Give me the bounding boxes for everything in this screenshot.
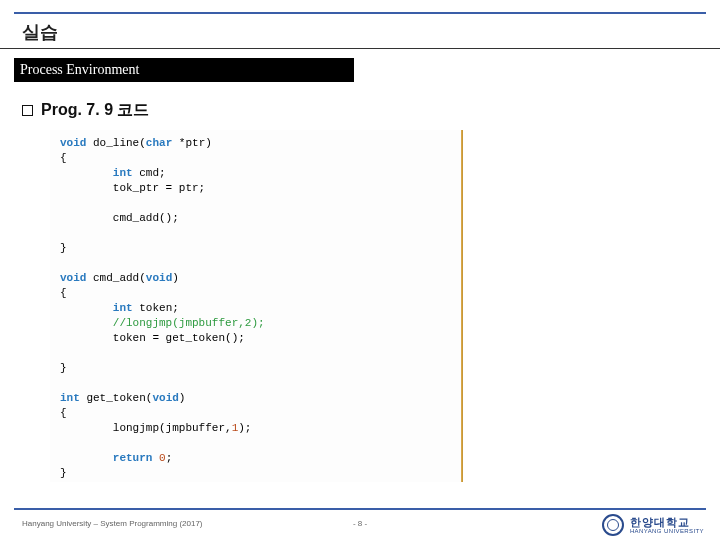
bullet-square-icon	[22, 105, 33, 116]
code-text: {	[60, 287, 67, 299]
code-type: int	[60, 167, 133, 179]
code-text: do_line(	[86, 137, 145, 149]
code-text: }	[60, 362, 67, 374]
code-text: cmd;	[133, 167, 166, 179]
code-keyword: void	[60, 137, 86, 149]
code-text: );	[238, 422, 251, 434]
slide-title: 실습	[22, 20, 58, 44]
code-comment: //longjmp(jmpbuffer,2);	[60, 317, 265, 329]
code-text: longjmp(jmpbuffer,	[60, 422, 232, 434]
code-text: *ptr)	[172, 137, 212, 149]
code-text: )	[179, 392, 186, 404]
university-logo: 한양대학교 HANYANG UNIVERSITY	[602, 514, 704, 536]
code-type: void	[152, 392, 178, 404]
code-text: {	[60, 152, 67, 164]
footer-divider	[14, 508, 706, 510]
logo-inner-ring-icon	[607, 519, 619, 531]
logo-korean: 한양대학교	[630, 517, 704, 528]
logo-text-block: 한양대학교 HANYANG UNIVERSITY	[630, 517, 704, 534]
logo-emblem-icon	[602, 514, 624, 536]
code-type: int	[60, 302, 133, 314]
code-type: char	[146, 137, 172, 149]
code-text: {	[60, 407, 67, 419]
code-keyword: void	[60, 272, 86, 284]
code-text: get_token(	[80, 392, 153, 404]
code-text: tok_ptr = ptr;	[60, 182, 205, 194]
code-text: }	[60, 467, 67, 479]
top-divider	[14, 12, 706, 14]
subheading: Prog. 7. 9 코드	[22, 100, 149, 121]
code-keyword: return	[60, 452, 159, 464]
title-underline	[0, 48, 720, 49]
code-text: ;	[166, 452, 173, 464]
code-text: cmd_add();	[60, 212, 179, 224]
code-text: }	[60, 242, 67, 254]
code-right-border	[462, 130, 463, 482]
logo-english: HANYANG UNIVERSITY	[630, 528, 704, 534]
code-number: 0	[159, 452, 166, 464]
chapter-label: Process Environment	[14, 58, 354, 82]
code-type: void	[146, 272, 172, 284]
subheading-text: Prog. 7. 9 코드	[41, 101, 149, 118]
code-text: token;	[133, 302, 179, 314]
code-type: int	[60, 392, 80, 404]
code-text: token = get_token();	[60, 332, 245, 344]
code-block: void do_line(char *ptr) { int cmd; tok_p…	[50, 130, 462, 482]
code-text: cmd_add(	[86, 272, 145, 284]
code-text: )	[172, 272, 179, 284]
